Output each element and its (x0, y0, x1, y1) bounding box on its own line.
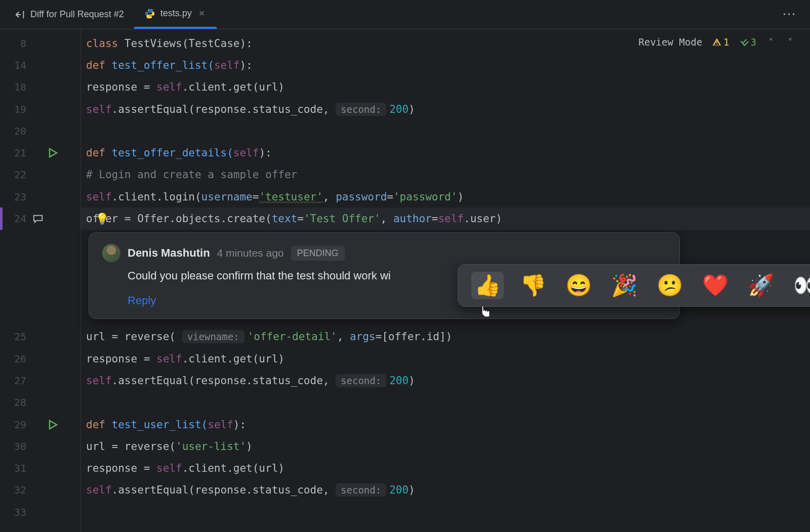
code-line[interactable]: def test_offer_details(self): (81, 142, 810, 163)
code-line[interactable]: self.assertEqual(response.status_code, s… (81, 98, 810, 120)
line-number: 23 (0, 191, 28, 203)
inlay-hint: viewname: (182, 330, 245, 343)
heart-emoji[interactable]: ❤️ (699, 272, 732, 299)
code-line[interactable] (81, 501, 810, 523)
svg-point-0 (148, 10, 149, 11)
code-line[interactable]: def test_offer_list(self): (81, 54, 810, 76)
inlay-hint: second: (336, 483, 386, 497)
comment-header: Denis Mashutin 4 minutes ago PENDING (102, 244, 666, 262)
line-number: 26 (0, 353, 28, 365)
line-number: 30 (0, 440, 28, 453)
tab-tests-label: tests.py (160, 8, 192, 19)
line-number: 33 (0, 506, 28, 518)
code-line[interactable] (81, 120, 810, 142)
line-number: 19 (0, 103, 28, 115)
close-icon[interactable]: × (197, 8, 207, 19)
svg-rect-3 (716, 44, 717, 45)
line-number: 21 (0, 147, 28, 159)
code-line[interactable]: url = reverse( viewname: 'offer-detail',… (81, 326, 810, 348)
avatar[interactable] (102, 244, 120, 262)
line-number: 8 (0, 37, 28, 50)
code-line[interactable]: self.client.login(username='testuser', p… (81, 186, 810, 208)
code-line[interactable]: self.assertEqual(response.status_code, s… (81, 479, 810, 501)
code-line[interactable]: 💡 offer = Offer.objects.create(text='Tes… (81, 208, 810, 229)
diff-icon (14, 9, 25, 20)
mouse-cursor (479, 305, 492, 323)
comment-author: Denis Mashutin (128, 247, 210, 260)
line-number: 20 (0, 125, 28, 137)
tab-diff[interactable]: Diff for Pull Request #2 (4, 0, 134, 29)
review-toolbar: Review Mode 1 3 ˄ ˅ (634, 34, 799, 50)
line-number: 31 (0, 462, 28, 474)
inlay-hint: second: (336, 374, 386, 387)
line-number: 14 (0, 59, 28, 71)
next-issue-icon[interactable]: ˅ (786, 36, 795, 48)
rocket-emoji[interactable]: 🚀 (745, 272, 777, 299)
emoji-reaction-bar: 👍 👎 😄 🎉 😕 ❤️ 🚀 👀 (458, 264, 810, 307)
run-icon[interactable] (47, 147, 59, 159)
gutter: 8 14 18 19 20 21 22 23 24 25 26 27 28 29… (0, 29, 81, 532)
line-number: 22 (0, 169, 28, 181)
run-icon[interactable] (47, 419, 59, 431)
line-number: 28 (0, 396, 28, 408)
tada-emoji[interactable]: 🎉 (608, 272, 640, 299)
review-mode-label[interactable]: Review Mode (638, 36, 702, 48)
thumbsup-emoji[interactable]: 👍 (471, 272, 504, 299)
line-number: 32 (0, 484, 28, 496)
confused-emoji[interactable]: 😕 (654, 272, 686, 299)
thumbsdown-emoji[interactable]: 👎 (517, 272, 549, 299)
line-number: 18 (0, 81, 28, 93)
svg-rect-2 (716, 42, 717, 44)
line-number: 27 (0, 375, 28, 387)
change-marker (0, 208, 3, 229)
checks-badge[interactable]: 3 (740, 36, 756, 48)
warnings-badge[interactable]: 1 (712, 36, 729, 48)
code-line[interactable]: url = reverse('user-list') (81, 435, 810, 457)
code-line[interactable]: self.assertEqual(response.status_code, s… (81, 370, 810, 391)
line-number: 25 (0, 331, 28, 343)
line-number: 29 (0, 419, 28, 431)
python-icon (144, 8, 155, 19)
code-line[interactable]: response = self.client.get(url) (81, 457, 810, 479)
prev-issue-icon[interactable]: ˄ (766, 36, 776, 48)
code-line[interactable]: # Login and create a sample offer (81, 164, 810, 186)
code-line[interactable]: response = self.client.get(url) (81, 76, 810, 98)
eyes-emoji[interactable]: 👀 (790, 272, 810, 299)
code-line[interactable] (81, 392, 810, 414)
tab-diff-label: Diff for Pull Request #2 (30, 9, 124, 20)
tab-tests[interactable]: tests.py × (134, 0, 217, 29)
svg-point-1 (151, 16, 152, 17)
lightbulb-icon[interactable]: 💡 (95, 213, 109, 225)
tabs-bar: Diff for Pull Request #2 tests.py × ⋮ (0, 0, 810, 29)
code-line[interactable]: response = self.client.get(url) (81, 348, 810, 370)
laugh-emoji[interactable]: 😄 (562, 272, 595, 299)
code-line[interactable]: def test_user_list(self): (81, 414, 810, 435)
comment-timeago: 4 minutes ago (217, 247, 284, 259)
comment-icon[interactable] (32, 213, 44, 224)
line-number: 24 (0, 213, 28, 225)
pending-badge: PENDING (291, 246, 345, 261)
inlay-hint: second: (336, 103, 386, 116)
more-icon[interactable]: ⋮ (772, 8, 806, 22)
